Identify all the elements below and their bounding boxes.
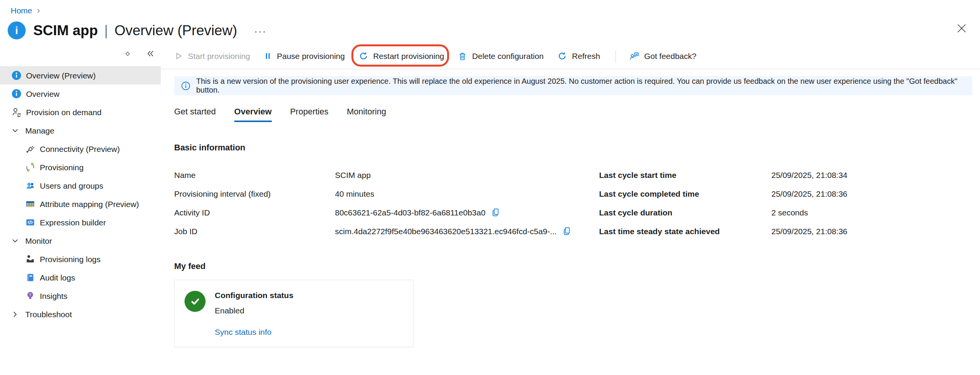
tab-overview[interactable]: Overview [234,107,272,122]
restart-icon [359,51,368,61]
content-pane: Start provisioning Pause provisioning Re… [161,43,980,347]
sidebar-item-overview[interactable]: Overview [0,85,161,103]
info-row-last-cycle-duration: Last cycle duration 2 seconds [599,203,980,222]
copy-job-id-button[interactable] [562,227,572,236]
card-body: Configuration status Enabled Sync status… [215,291,293,337]
button-label: Start provisioning [188,52,250,61]
info-value: 25/09/2025, 21:08:36 [771,189,848,199]
button-label: Delete configuration [472,52,544,61]
info-row-last-cycle-start: Last cycle start time 25/09/2025, 21:08:… [599,166,980,184]
card-title: Configuration status [215,291,293,300]
start-provisioning-button[interactable]: Start provisioning [174,52,250,61]
sidebar-header [0,43,161,64]
sidebar-item-label: Provision on demand [26,108,101,117]
info-icon [11,89,21,99]
toolbar-separator [616,50,616,63]
tab-bar: Get started Overview Properties Monitori… [174,107,980,122]
info-value: SCIM app [335,171,371,180]
sidebar-item-insights[interactable]: Insights [0,287,161,305]
refresh-button[interactable]: Refresh [557,51,600,61]
restart-provisioning-button[interactable]: Restart provisioning [359,51,444,61]
info-banner: This is a new version of the provisionin… [174,76,972,95]
basic-information-grid: Name SCIM app Provisioning interval (fix… [174,166,980,241]
info-label: Last cycle completed time [599,189,771,199]
copy-icon [491,208,500,217]
sync-status-info-link[interactable]: Sync status info [215,328,271,337]
page-title: SCIM app | Overview (Preview) [33,23,237,39]
info-row-name: Name SCIM app [174,166,599,184]
sidebar-item-label: Expression builder [40,218,106,227]
sidebar-group-manage[interactable]: Manage [0,121,161,140]
pause-provisioning-button[interactable]: Pause provisioning [264,52,345,61]
sidebar-item-provisioning-logs[interactable]: Provisioning logs [0,250,161,268]
scim-app-overview-page: Home i SCIM app | Overview (Preview) ··· [0,0,980,375]
page-header: i SCIM app | Overview (Preview) ··· [0,15,980,39]
info-label: Last cycle start time [599,171,771,180]
play-icon [174,52,183,60]
sidebar-item-overview-preview[interactable]: Overview (Preview) [0,66,161,85]
title-separator: | [105,23,108,39]
close-icon[interactable] [956,22,968,34]
sidebar-item-audit-logs[interactable]: Audit logs [0,268,161,287]
info-icon [11,70,21,80]
sidebar-item-expression-builder[interactable]: Expression builder [0,213,161,232]
sidebar-item-provisioning[interactable]: Provisioning [0,158,161,176]
copy-activity-id-button[interactable] [491,208,500,217]
sidebar-group-label: Troubleshoot [25,310,72,319]
tab-properties[interactable]: Properties [290,107,328,122]
sidebar-item-label: Connectivity (Preview) [40,144,120,154]
person-sync-icon [11,107,21,117]
sidebar: Overview (Preview) Overview Provision on… [0,43,161,347]
info-row-steady-state: Last time steady state achieved 25/09/20… [599,222,980,241]
info-label: Last time steady state achieved [599,227,771,236]
copy-icon [562,227,572,236]
breadcrumb-home-link[interactable]: Home [11,6,32,15]
app-name: SCIM app [33,23,98,39]
sync-arrows-icon [25,162,35,172]
more-options-icon[interactable]: ··· [254,26,267,38]
button-label: Restart provisioning [373,52,444,61]
info-label: Provisioning interval (fixed) [174,189,335,199]
breadcrumb-chevron-icon [36,8,41,13]
command-bar: Start provisioning Pause provisioning Re… [161,43,980,69]
info-row-last-cycle-completed: Last cycle completed time 25/09/2025, 21… [599,184,980,203]
collapse-sidebar-icon[interactable] [146,50,155,57]
info-label: Last cycle duration [599,208,771,217]
basic-info-right-column: Last cycle start time 25/09/2025, 21:08:… [599,166,980,241]
info-label: Activity ID [174,208,335,217]
sidebar-group-troubleshoot[interactable]: Troubleshoot [0,305,161,323]
app-info-icon: i [8,21,26,39]
dock-icon[interactable] [124,51,131,57]
sidebar-item-label: Audit logs [40,273,75,282]
sidebar-item-users-and-groups[interactable]: Users and groups [0,176,161,195]
person-log-icon [25,254,35,264]
info-value: 25/09/2025, 21:08:36 [771,227,848,236]
sidebar-item-label: Insights [40,291,67,301]
main-layout: Overview (Preview) Overview Provision on… [0,43,980,347]
chevron-down-icon [11,127,19,134]
delete-configuration-button[interactable]: Delete configuration [458,52,544,61]
sidebar-group-monitor[interactable]: Monitor [0,232,161,250]
sidebar-item-attribute-mapping[interactable]: Attribute mapping (Preview) [0,195,161,213]
feedback-icon [629,51,639,61]
sidebar-item-provision-on-demand[interactable]: Provision on demand [0,103,161,121]
got-feedback-button[interactable]: Got feedback? [629,51,697,61]
plug-icon [25,144,35,154]
sidebar-group-label: Manage [25,126,54,135]
info-value: scim.4da2272f9f5e40be963463620e513321.ec… [335,227,557,236]
info-row-interval: Provisioning interval (fixed) 40 minutes [174,184,599,203]
table-icon [25,199,35,209]
sidebar-nav: Overview (Preview) Overview Provision on… [0,66,161,323]
sidebar-item-label: Overview [26,89,60,99]
info-value: 80c63621-62a5-4d03-bf82-6a6811e0b3a0 [335,208,485,217]
info-label: Job ID [174,227,335,236]
sidebar-item-label: Provisioning logs [40,254,101,264]
pause-icon [264,52,272,60]
tab-get-started[interactable]: Get started [174,107,216,122]
sidebar-item-connectivity[interactable]: Connectivity (Preview) [0,140,161,158]
button-label: Got feedback? [644,52,697,61]
my-feed-heading: My feed [174,261,980,271]
tab-monitoring[interactable]: Monitoring [347,107,386,122]
basic-information-heading: Basic information [174,143,980,153]
button-label: Refresh [572,52,600,61]
